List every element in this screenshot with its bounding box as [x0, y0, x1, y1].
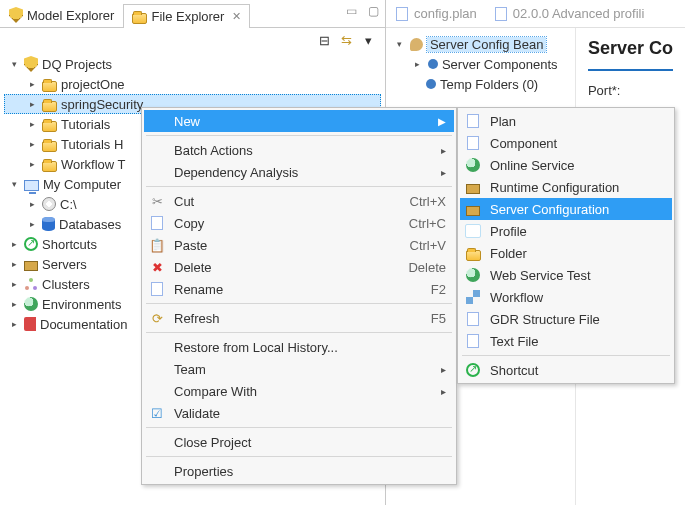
tree-node-root[interactable]: ▾ Server Config Bean [390, 34, 571, 54]
menu-label: Refresh [174, 311, 399, 326]
expander-icon[interactable]: ▸ [26, 138, 38, 150]
expander-icon[interactable]: ▸ [26, 118, 38, 130]
menu-item-web-service-test[interactable]: Web Service Test [460, 264, 672, 286]
tree-label: Workflow T [61, 157, 126, 172]
tree-node-dq-projects[interactable]: ▾ DQ Projects [4, 54, 381, 74]
menu-item-new[interactable]: New ▶ [144, 110, 454, 132]
menu-label: Dependency Analysis [174, 165, 423, 180]
tree-label: Documentation [40, 317, 127, 332]
link-editor-icon[interactable]: ⇆ [339, 32, 355, 48]
expander-icon[interactable]: ▾ [8, 58, 20, 70]
menu-item-close-project[interactable]: Close Project [144, 431, 454, 453]
menu-label: Rename [174, 282, 399, 297]
drive-icon [42, 197, 56, 211]
menu-item-shortcut[interactable]: Shortcut [460, 359, 672, 381]
menu-item-profile[interactable]: Profile [460, 220, 672, 242]
expander-icon[interactable]: ▸ [8, 298, 20, 310]
expander-icon[interactable]: ▸ [8, 258, 20, 270]
menu-item-batch[interactable]: Batch Actions ▸ [144, 139, 454, 161]
text-file-icon [464, 333, 482, 349]
menu-label: Cut [174, 194, 378, 209]
menu-label: Delete [174, 260, 376, 275]
menu-item-plan[interactable]: Plan [460, 110, 672, 132]
tree-node[interactable]: ▸ projectOne [4, 74, 381, 94]
explorer-toolbar: ⊟ ⇆ ▾ [0, 28, 385, 52]
tree-label: Shortcuts [42, 237, 97, 252]
menu-item-server-config[interactable]: Server Configuration [460, 198, 672, 220]
menu-item-restore[interactable]: Restore from Local History... [144, 336, 454, 358]
folder-icon [42, 101, 57, 112]
collapse-all-icon[interactable]: ⊟ [317, 32, 333, 48]
tree-node[interactable]: ▸ Server Components [390, 54, 571, 74]
tree-label: projectOne [61, 77, 125, 92]
panel-title: Server Co [588, 38, 673, 71]
view-menu-icon[interactable]: ▾ [361, 32, 377, 48]
editor-tab-config[interactable]: config.plan [396, 6, 477, 21]
svg-point-2 [29, 278, 33, 282]
close-icon[interactable]: ✕ [232, 10, 241, 23]
menu-item-validate[interactable]: ☑ Validate [144, 402, 454, 424]
blank-icon [148, 383, 166, 399]
menu-item-workflow[interactable]: Workflow [460, 286, 672, 308]
expander-icon[interactable]: ▸ [8, 318, 20, 330]
menu-label: Properties [174, 464, 446, 479]
menu-separator [146, 135, 452, 136]
menu-label: Component [490, 136, 664, 151]
menu-item-runtime-config[interactable]: Runtime Configuration [460, 176, 672, 198]
menu-item-paste[interactable]: 📋 Paste Ctrl+V [144, 234, 454, 256]
expander-icon[interactable]: ▸ [26, 218, 38, 230]
expander-icon[interactable]: ▸ [26, 198, 38, 210]
tree-label: DQ Projects [42, 57, 112, 72]
tab-file-explorer[interactable]: File Explorer ✕ [123, 4, 250, 28]
expander-icon[interactable]: ▸ [26, 158, 38, 170]
menu-item-properties[interactable]: Properties [144, 460, 454, 482]
tab-model-explorer[interactable]: Model Explorer [0, 2, 123, 27]
expander-icon[interactable]: ▸ [26, 98, 38, 110]
submenu-new: Plan Component Online Service Runtime Co… [457, 107, 675, 384]
menu-shortcut: Delete [408, 260, 446, 275]
menu-item-component[interactable]: Component [460, 132, 672, 154]
blank-icon [148, 463, 166, 479]
expander-icon[interactable]: ▾ [394, 38, 406, 50]
expander-icon[interactable]: ▾ [8, 178, 20, 190]
tree-label: Server Components [442, 57, 558, 72]
menu-item-cut[interactable]: ✂ Cut Ctrl+X [144, 190, 454, 212]
expander-icon[interactable]: ▸ [26, 78, 38, 90]
menu-label: Team [174, 362, 423, 377]
menu-item-folder[interactable]: Folder [460, 242, 672, 264]
menu-item-text-file[interactable]: Text File [460, 330, 672, 352]
checkbox-icon: ☑ [148, 405, 166, 421]
menu-shortcut: Ctrl+C [409, 216, 446, 231]
menu-item-delete[interactable]: ✖ Delete Delete [144, 256, 454, 278]
maximize-icon[interactable]: ▢ [367, 4, 381, 18]
menu-item-copy[interactable]: Copy Ctrl+C [144, 212, 454, 234]
editor-tabbar: config.plan 02.0.0 Advanced profili [386, 0, 685, 28]
menu-item-compare[interactable]: Compare With ▸ [144, 380, 454, 402]
tree-label: springSecurity [61, 97, 143, 112]
menu-item-refresh[interactable]: ⟳ Refresh F5 [144, 307, 454, 329]
rename-icon [148, 281, 166, 297]
cut-icon: ✂ [148, 193, 166, 209]
menu-item-gdr[interactable]: GDR Structure File [460, 308, 672, 330]
tab-label: 02.0.0 Advanced profili [513, 6, 645, 21]
tree-label: My Computer [43, 177, 121, 192]
expander-icon[interactable]: ▸ [412, 58, 424, 70]
folder-icon [42, 141, 57, 152]
tree-node[interactable]: Temp Folders (0) [390, 74, 571, 94]
menu-item-rename[interactable]: Rename F2 [144, 278, 454, 300]
dot-icon [426, 79, 436, 89]
expander-icon[interactable]: ▸ [8, 278, 20, 290]
menu-item-team[interactable]: Team ▸ [144, 358, 454, 380]
svg-point-0 [25, 286, 29, 290]
editor-tab-advanced[interactable]: 02.0.0 Advanced profili [495, 6, 645, 21]
minimize-icon[interactable]: ▭ [345, 4, 359, 18]
folder-icon [132, 13, 147, 24]
context-menu: New ▶ Batch Actions ▸ Dependency Analysi… [141, 107, 457, 485]
menu-separator [146, 427, 452, 428]
runtime-config-icon [464, 179, 482, 195]
online-service-icon [464, 157, 482, 173]
menu-item-dependency[interactable]: Dependency Analysis ▸ [144, 161, 454, 183]
expander-icon[interactable]: ▸ [8, 238, 20, 250]
menu-label: Copy [174, 216, 377, 231]
menu-item-online-service[interactable]: Online Service [460, 154, 672, 176]
